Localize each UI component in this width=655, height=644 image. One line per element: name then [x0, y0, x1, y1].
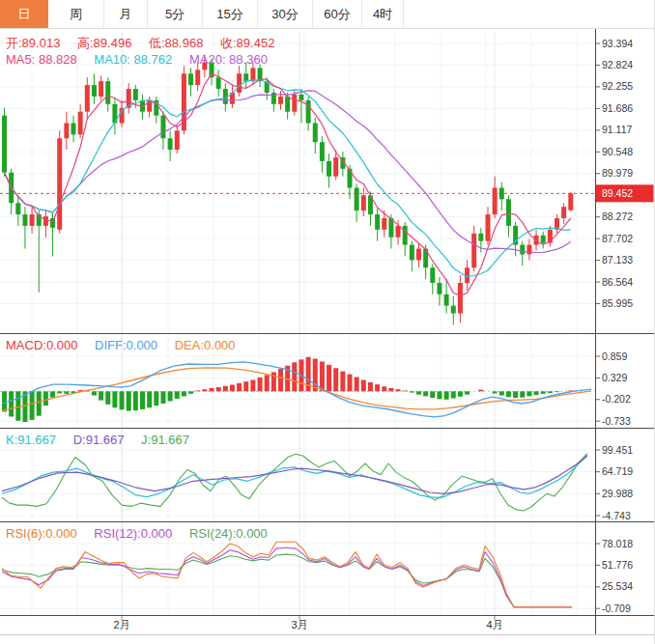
svg-text:88.272: 88.272: [602, 210, 633, 222]
svg-text:87.702: 87.702: [602, 233, 633, 244]
ohlc-open: 开:89.013: [6, 36, 60, 50]
rsi12-value-label: RSI(12):0.000: [94, 526, 172, 541]
ma-info-row: MA5: 88.828 MA10: 88.762 MA20: 88.360: [6, 52, 281, 67]
ma10-label: MA10: 88.762: [94, 52, 172, 67]
tab-30min[interactable]: 30分: [258, 0, 313, 28]
kline-chart[interactable]: 93.39492.82492.25591.68691.11790.54889.9…: [0, 0, 655, 644]
ohlc-info-row: 开:89.013 高:89.496 低:88.968 收:89.452: [6, 35, 288, 52]
svg-text:25.534: 25.534: [602, 580, 633, 592]
tab-bar-filler: [404, 0, 655, 28]
ma20-label: MA20: 88.360: [189, 52, 268, 67]
macd-histogram: [2, 357, 573, 422]
svg-text:64.719: 64.719: [602, 465, 633, 477]
tab-day[interactable]: 日: [0, 0, 48, 28]
j-value-label: J:91.667: [141, 433, 189, 447]
svg-text:0.859: 0.859: [602, 350, 627, 362]
tab-month[interactable]: 月: [104, 0, 148, 28]
svg-text:99.451: 99.451: [602, 444, 633, 456]
svg-text:-0.709: -0.709: [602, 602, 631, 614]
svg-text:0.329: 0.329: [602, 372, 627, 383]
svg-text:90.548: 90.548: [602, 146, 633, 157]
ohlc-close: 收:89.452: [220, 36, 274, 50]
ohlc-high: 高:89.496: [77, 36, 131, 50]
svg-text:92.824: 92.824: [602, 59, 633, 70]
svg-text:91.117: 91.117: [602, 124, 632, 135]
svg-text:92.255: 92.255: [602, 80, 633, 92]
svg-text:3月: 3月: [291, 619, 307, 630]
svg-text:29.988: 29.988: [602, 488, 633, 499]
rsi24-value-label: RSI(24):0.000: [189, 526, 268, 541]
svg-text:91.686: 91.686: [602, 102, 633, 114]
price-axis: 93.39492.82492.25591.68691.11790.54889.9…: [595, 38, 633, 614]
period-tab-bar: 日 周 月 5分 15分 30分 60分 4时: [0, 0, 655, 29]
time-axis: 2月3月4月: [113, 615, 502, 630]
macd-value-label: MACD:0.000: [6, 338, 77, 352]
macd-info-row: MACD:0.000 DIFF:0.000 DEA:0.000: [6, 338, 249, 352]
diff-value-label: DIFF:0.000: [95, 338, 157, 352]
tab-4hour[interactable]: 4时: [362, 0, 404, 28]
svg-text:-0.733: -0.733: [602, 415, 631, 427]
svg-text:-4.743: -4.743: [602, 510, 631, 521]
tab-week[interactable]: 周: [48, 0, 104, 28]
k-value-label: K:91.667: [6, 433, 56, 447]
tab-15min[interactable]: 15分: [203, 0, 258, 28]
svg-text:51.776: 51.776: [602, 559, 633, 571]
kline-app: 93.39492.82492.25591.68691.11790.54889.9…: [0, 0, 655, 644]
svg-text:78.018: 78.018: [602, 538, 633, 549]
dea-value-label: DEA:0.000: [175, 338, 236, 352]
svg-text:4月: 4月: [486, 619, 502, 630]
kdj-info-row: K:91.667 D:91.667 J:91.667: [6, 433, 203, 447]
ohlc-low: 低:88.968: [149, 36, 203, 50]
svg-text:89.452: 89.452: [602, 187, 633, 199]
price-axis-current-badge: 89.452: [596, 184, 654, 202]
svg-text:87.133: 87.133: [602, 254, 633, 266]
svg-text:85.995: 85.995: [602, 297, 633, 309]
svg-text:-0.202: -0.202: [602, 393, 631, 405]
d-value-label: D:91.667: [73, 433, 125, 447]
svg-text:2月: 2月: [113, 619, 129, 630]
svg-text:86.564: 86.564: [602, 276, 633, 288]
rsi6-value-label: RSI(6):0.000: [6, 526, 77, 541]
ma5-label: MA5: 88.828: [6, 52, 77, 67]
tab-60min[interactable]: 60分: [313, 0, 362, 28]
tab-5min[interactable]: 5分: [148, 0, 203, 28]
svg-text:93.394: 93.394: [602, 38, 633, 49]
rsi-info-row: RSI(6):0.000 RSI(12):0.000 RSI(24):0.000: [6, 526, 281, 541]
d-line: [2, 456, 587, 493]
svg-text:89.979: 89.979: [602, 167, 633, 179]
